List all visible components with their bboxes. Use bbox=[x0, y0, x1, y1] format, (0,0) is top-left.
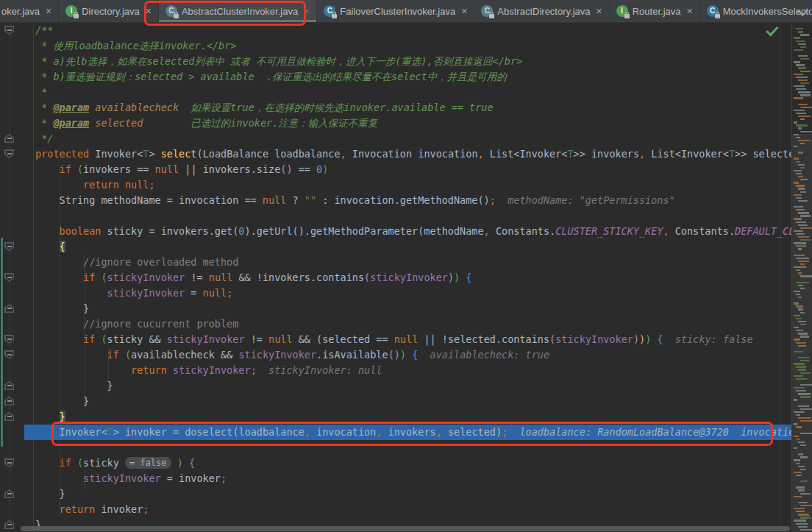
code-token: T bbox=[107, 426, 113, 438]
code-line-27-debug-execution-point[interactable]: Invoker<T> invoker = doselect(loadbalanc… bbox=[24, 425, 791, 440]
code-token: , bbox=[376, 426, 388, 438]
code-line-29[interactable]: if (sticky = false ) { bbox=[24, 455, 791, 471]
code-token: @param bbox=[53, 102, 89, 113]
minimap-bar bbox=[798, 285, 803, 286]
minimap-bar bbox=[798, 297, 802, 298]
code-token: sticky && bbox=[107, 333, 167, 345]
code-token: stickyInvoker: null bbox=[257, 364, 382, 376]
code-line-4[interactable]: * b)重选验证规则：selected > available .保证重选出的结… bbox=[24, 69, 791, 85]
code-line-12[interactable]: String methodName = invocation == null ?… bbox=[24, 193, 791, 208]
code-token: null bbox=[263, 194, 287, 206]
code-line-16[interactable]: //ignore overloaded method bbox=[24, 255, 791, 270]
code-token: != bbox=[185, 272, 209, 283]
fold-marker-up-icon[interactable] bbox=[4, 304, 14, 313]
lock-badge-icon bbox=[332, 14, 337, 18]
minimap-bar bbox=[796, 282, 809, 283]
tab-router-java[interactable]: IRouter.java× bbox=[610, 0, 700, 22]
code-line-9[interactable]: protected Invoker<T> select(LoadBalance … bbox=[24, 146, 791, 162]
code-token: ; bbox=[149, 179, 154, 191]
minimap-bar bbox=[794, 436, 799, 437]
code-line-18[interactable]: stickyInvoker = null; bbox=[24, 285, 791, 301]
fold-marker-down-icon[interactable] bbox=[4, 350, 14, 359]
tab-label: AbstractClusterInvoker.java bbox=[182, 6, 298, 17]
minimap-bar bbox=[798, 333, 808, 334]
code-line-3[interactable]: * a)先lb选择，如果在selected列表中 或者 不可用且做检验时，进入下… bbox=[24, 54, 791, 69]
minimap-bar bbox=[798, 417, 811, 419]
code-token: ) bbox=[454, 272, 460, 283]
code-line-22[interactable]: if (availablecheck && stickyInvoker.isAv… bbox=[24, 347, 791, 363]
code-line-32[interactable]: return invoker; bbox=[24, 502, 791, 517]
minimap-bar bbox=[796, 378, 808, 380]
tab-close-icon[interactable]: × bbox=[685, 6, 692, 16]
minimap-bar bbox=[798, 127, 802, 129]
minimap-bar bbox=[796, 366, 806, 367]
horizontal-scrollbar-thumb[interactable] bbox=[21, 526, 790, 531]
tab-abstractdirectory-java[interactable]: CAbstractDirectory.java× bbox=[474, 0, 609, 22]
tab-close-icon[interactable]: × bbox=[144, 6, 152, 16]
code-token: = false bbox=[125, 457, 171, 469]
fold-marker-down-icon[interactable] bbox=[4, 335, 14, 344]
code-line-26[interactable]: } bbox=[24, 409, 791, 425]
code-line-30[interactable]: stickyInvoker = invoker; bbox=[24, 471, 791, 486]
code-token: , bbox=[484, 225, 496, 237]
tab-close-icon[interactable]: × bbox=[595, 6, 602, 16]
tab-mockinvokersselector-jav[interactable]: CMockInvokersSelector.jav bbox=[700, 0, 812, 22]
lock-badge-icon bbox=[74, 14, 79, 18]
code-line-19[interactable]: } bbox=[24, 301, 791, 316]
lock-badge-icon bbox=[715, 14, 720, 18]
tab-failoverclusterinvoker-java[interactable]: CFailoverClusterInvoker.java× bbox=[317, 0, 474, 22]
code-line-21[interactable]: if (sticky && stickyInvoker != null && (… bbox=[24, 332, 791, 347]
code-line-25[interactable]: } bbox=[24, 394, 791, 409]
fold-marker-up-icon[interactable] bbox=[4, 412, 14, 421]
fold-marker-up-icon[interactable] bbox=[4, 397, 14, 405]
fold-marker-down-icon[interactable] bbox=[4, 26, 14, 35]
tab-directory-java[interactable]: IDirectory.java× bbox=[59, 0, 159, 22]
code-line-5[interactable]: * bbox=[24, 85, 791, 100]
tab-close-icon[interactable]: × bbox=[302, 6, 310, 16]
code-line-13[interactable] bbox=[24, 208, 791, 224]
tab-close-icon[interactable]: × bbox=[44, 6, 51, 16]
code-line-15[interactable]: { bbox=[24, 239, 791, 255]
code-token bbox=[35, 457, 60, 469]
tab-oker-java[interactable]: oker.java× bbox=[0, 0, 59, 22]
minimap-bar bbox=[800, 191, 806, 193]
fold-marker-up-icon[interactable] bbox=[4, 134, 14, 143]
fold-marker-up-icon[interactable] bbox=[4, 520, 14, 529]
vcs-change-marker bbox=[1, 238, 3, 447]
code-line-8[interactable]: */ bbox=[24, 131, 791, 146]
code-line-28[interactable] bbox=[24, 440, 791, 455]
code-line-31[interactable]: } bbox=[24, 486, 791, 502]
fold-marker-down-icon[interactable] bbox=[4, 242, 14, 251]
tab-close-icon[interactable]: × bbox=[460, 6, 467, 16]
minimap-bar bbox=[800, 384, 812, 386]
code-token: () bbox=[280, 163, 292, 175]
code-line-2[interactable]: * 使用loadbalance选择invoker.</br> bbox=[24, 38, 791, 54]
code-line-6[interactable]: * @param availablecheck 如果设置true，在选择的时候先… bbox=[24, 100, 791, 116]
code-line-24[interactable]: } bbox=[24, 378, 791, 394]
fold-marker-down-icon[interactable] bbox=[4, 149, 14, 158]
code-token: ) bbox=[639, 333, 645, 345]
code-token: availablecheck: true bbox=[418, 349, 549, 361]
fold-marker-up-icon[interactable] bbox=[4, 381, 14, 390]
code-line-20[interactable]: //ignore cucurrent problem bbox=[24, 316, 791, 332]
code-line-1[interactable]: /** bbox=[24, 23, 791, 38]
code-line-7[interactable]: * @param selected 已选过的invoker.注意：输入保证不重复 bbox=[24, 116, 791, 131]
code-token: invocation bbox=[316, 426, 376, 438]
code-line-17[interactable]: if (stickyInvoker != null && !invokers.c… bbox=[24, 270, 791, 285]
minimap-bar bbox=[800, 433, 812, 434]
code-token: return bbox=[60, 503, 96, 515]
minimap-bar bbox=[796, 40, 805, 42]
code-token: null bbox=[203, 287, 227, 299]
code-area[interactable]: /** * 使用loadbalance选择invoker.</br> * a)先… bbox=[24, 23, 791, 532]
fold-marker-down-icon[interactable] bbox=[4, 458, 14, 467]
tab-abstractclusterinvoker-java[interactable]: CAbstractClusterInvoker.java× bbox=[159, 0, 317, 22]
minimap-bar bbox=[798, 345, 806, 347]
minimap[interactable] bbox=[792, 23, 812, 532]
fold-marker-up-icon[interactable] bbox=[4, 489, 14, 498]
lock-badge-icon bbox=[624, 14, 630, 18]
code-line-11[interactable]: return null; bbox=[24, 177, 791, 193]
code-line-14[interactable]: boolean sticky = invokers.get(0).getUrl(… bbox=[24, 224, 791, 239]
fold-marker-down-icon[interactable] bbox=[4, 273, 14, 282]
code-line-10[interactable]: if (invokers == null || invokers.size() … bbox=[24, 162, 791, 177]
code-line-23[interactable]: return stickyInvoker; stickyInvoker: nul… bbox=[24, 363, 791, 378]
